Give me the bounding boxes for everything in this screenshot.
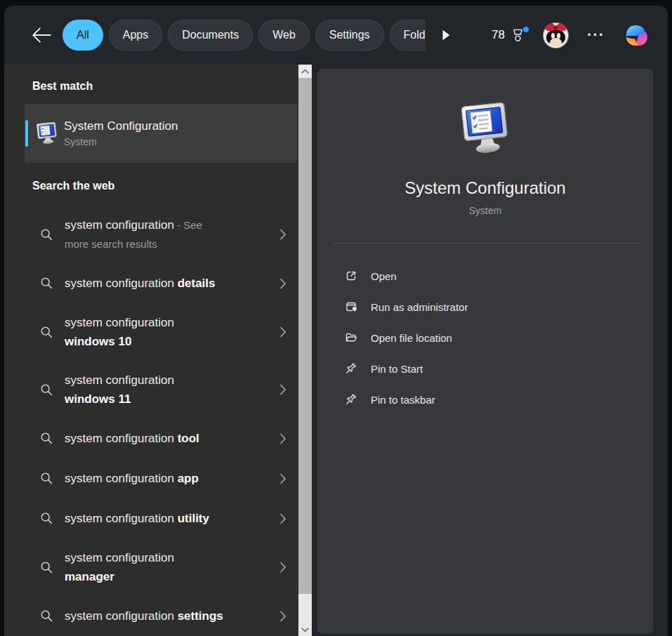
search-icon xyxy=(39,511,54,526)
filter-pills: AllAppsDocumentsWebSettingsFolders xyxy=(62,20,426,51)
search-body: Best match System Configuration System S… xyxy=(4,65,668,636)
rewards-medal-icon xyxy=(510,27,526,44)
user-avatar[interactable] xyxy=(543,22,569,48)
suggestion-text: system configurationwindows 10 xyxy=(65,313,174,351)
detail-title: System Configuration xyxy=(404,178,565,198)
notification-dot xyxy=(523,27,529,32)
search-the-web-header: Search the web xyxy=(32,180,298,192)
scrollbar-thumb[interactable] xyxy=(298,78,312,594)
web-suggestion[interactable]: system configuration tool xyxy=(4,418,298,458)
admin-shield-icon xyxy=(344,300,358,314)
header-right-cluster: 78 ··· xyxy=(492,20,650,50)
web-suggestion-list: system configuration - Seemore search re… xyxy=(4,206,298,636)
web-suggestion[interactable]: system configuration app xyxy=(4,458,298,498)
pin-icon xyxy=(344,362,358,376)
search-icon xyxy=(39,325,54,340)
scrollbar-down-button[interactable] xyxy=(298,623,312,636)
copilot-button[interactable] xyxy=(620,20,650,50)
pin-icon xyxy=(344,392,358,406)
more-options-button[interactable]: ··· xyxy=(586,28,606,42)
filter-pill-folders[interactable]: Folders xyxy=(390,20,426,51)
search-icon xyxy=(39,276,54,291)
detail-subtitle: System xyxy=(469,205,502,216)
caret-right-icon xyxy=(440,27,452,43)
filter-pill-settings[interactable]: Settings xyxy=(315,20,384,51)
web-suggestion[interactable]: system configurationwindows 11 xyxy=(4,361,298,418)
selection-accent-bar xyxy=(25,120,28,147)
web-suggestion[interactable]: system configuration utility xyxy=(4,498,298,538)
chevron-right-icon xyxy=(277,512,289,526)
chevron-right-icon xyxy=(277,325,289,339)
results-scrollbar[interactable] xyxy=(298,65,312,636)
avatar-eye xyxy=(557,33,560,39)
chevron-right-icon xyxy=(277,609,289,623)
scrollbar-up-button[interactable] xyxy=(298,65,312,78)
chevron-right-icon xyxy=(277,227,289,241)
action-pin-to-taskbar[interactable]: Pin to taskbar xyxy=(344,384,653,415)
results-pane: Best match System Configuration System S… xyxy=(4,65,298,636)
chevron-right-icon xyxy=(277,560,289,574)
best-match-subtitle: System xyxy=(64,136,178,147)
folder-icon xyxy=(344,331,358,345)
result-detail-panel: System Configuration System OpenRun as a… xyxy=(317,69,653,634)
action-pin-to-start[interactable]: Pin to Start xyxy=(344,353,653,384)
action-list: OpenRun as administratorOpen file locati… xyxy=(317,260,653,415)
suggestion-text: system configuration app xyxy=(65,469,199,488)
action-label: Open xyxy=(371,270,397,282)
best-match-header: Best match xyxy=(32,80,298,93)
suggestion-text: system configuration - Seemore search re… xyxy=(65,216,202,253)
back-arrow-icon xyxy=(30,26,53,44)
msconfig-app-icon xyxy=(35,121,59,145)
scrollbar-track[interactable] xyxy=(298,594,312,623)
action-open-file-location[interactable]: Open file location xyxy=(344,322,653,353)
filters-overflow-button[interactable] xyxy=(437,25,455,46)
web-suggestion[interactable]: system configuration - Seemore search re… xyxy=(4,206,298,263)
rewards-count: 78 xyxy=(492,28,505,42)
action-label: Run as administrator xyxy=(371,301,468,313)
action-run-as-administrator[interactable]: Run as administrator xyxy=(344,291,653,322)
search-icon xyxy=(39,431,54,446)
action-label: Pin to taskbar xyxy=(371,394,435,406)
back-button[interactable] xyxy=(29,23,53,47)
web-suggestion[interactable]: system configurationmanager xyxy=(4,538,298,596)
action-label: Pin to Start xyxy=(371,363,423,375)
avatar-bow-knot xyxy=(553,25,558,30)
web-suggestion[interactable]: system configuration settings xyxy=(4,596,298,636)
avatar-muzzle xyxy=(550,38,562,47)
suggestion-text: system configuration settings xyxy=(65,607,223,625)
action-open[interactable]: Open xyxy=(344,260,653,291)
suggestion-text: system configurationwindows 11 xyxy=(65,371,174,409)
chevron-down-icon xyxy=(301,627,310,632)
search-window: AllAppsDocumentsWebSettingsFolders 78 xyxy=(4,6,668,636)
search-icon xyxy=(39,560,54,575)
filter-pill-apps[interactable]: Apps xyxy=(109,20,162,51)
web-suggestion[interactable]: system configuration details xyxy=(4,263,298,303)
avatar-eye xyxy=(551,33,555,39)
detail-divider xyxy=(333,243,638,244)
search-header: AllAppsDocumentsWebSettingsFolders 78 xyxy=(4,6,668,65)
chevron-right-icon xyxy=(277,383,289,397)
action-label: Open file location xyxy=(371,332,452,344)
web-suggestion[interactable]: system configurationwindows 10 xyxy=(4,303,298,361)
filter-pill-all[interactable]: All xyxy=(62,20,103,51)
filter-pill-web[interactable]: Web xyxy=(258,20,310,51)
chevron-right-icon xyxy=(277,472,289,486)
search-icon xyxy=(39,609,54,623)
chevron-up-icon xyxy=(301,69,310,74)
best-match-title: System Configuration xyxy=(64,119,178,133)
copilot-icon xyxy=(620,20,650,50)
suggestion-text: system configuration details xyxy=(65,274,216,293)
best-match-text: System Configuration System xyxy=(64,119,178,147)
chevron-right-icon xyxy=(277,277,289,291)
filter-pill-documents[interactable]: Documents xyxy=(168,20,253,51)
search-icon xyxy=(39,227,54,242)
suggestion-text: system configurationmanager xyxy=(65,548,174,586)
best-match-result[interactable]: System Configuration System xyxy=(25,104,297,163)
chevron-right-icon xyxy=(277,432,289,446)
rewards-button[interactable]: 78 xyxy=(492,27,526,44)
open-external-icon xyxy=(344,269,358,283)
suggestion-text: system configuration utility xyxy=(65,509,209,528)
suggestion-text: system configuration tool xyxy=(65,429,199,448)
search-icon xyxy=(39,471,54,486)
msconfig-app-icon-large xyxy=(458,101,513,156)
